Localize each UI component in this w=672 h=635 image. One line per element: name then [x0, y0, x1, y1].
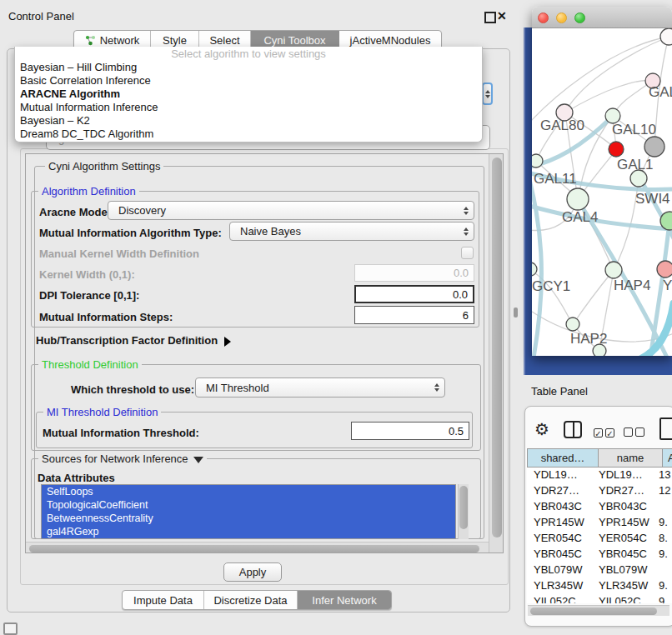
svg-text:Y: Y [663, 278, 672, 293]
dropdown-item-selected[interactable]: ARACNE Algorithm [15, 88, 482, 101]
vertical-scrollbar-thumb[interactable] [492, 158, 502, 538]
node-hap4[interactable] [605, 262, 622, 278]
dropdown-item[interactable]: Bayesian – Hill Climbing [15, 61, 482, 74]
expand-right-icon [224, 337, 231, 347]
table-row[interactable]: YBR045CYBR045C9. [527, 547, 672, 562]
node-hap2[interactable] [566, 318, 579, 331]
node-gal1-red[interactable] [609, 142, 624, 157]
table-horizontal-scrollbar[interactable] [528, 605, 669, 616]
list-scrollbar[interactable] [458, 484, 469, 539]
settings-scrollpane: Cyni Algorithm Settings Algorithm Defini… [25, 153, 504, 553]
table-body: YDL19…YDL19…13 YDR27…YDR27…12 YBR043CYBR… [527, 468, 672, 603]
list-item[interactable]: TopologicalCoefficient [42, 498, 455, 512]
mi-threshold-field[interactable] [351, 422, 469, 440]
svg-text:HAP4: HAP4 [614, 278, 650, 293]
table-row[interactable]: YLR345WYLR345W9. [527, 578, 672, 594]
collapsed-panel-button[interactable] [3, 622, 18, 635]
deselect-all-checkboxes-icon[interactable] [624, 425, 647, 440]
horizontal-scrollbar-thumb[interactable] [29, 545, 479, 552]
data-attributes-label: Data Attributes [38, 472, 115, 484]
node-swi4[interactable] [630, 170, 647, 187]
column-layout-icon[interactable] [564, 421, 582, 438]
dropdown-item[interactable]: Dream8 DC_TDC Algorithm [15, 128, 482, 141]
table-scrollbar-thumb[interactable] [530, 608, 657, 615]
dropdown-placeholder: Select algorithm to view settings [15, 47, 482, 61]
list-item[interactable]: BetweennessCentrality [42, 512, 455, 525]
aracne-mode-combobox[interactable]: Discovery [108, 201, 474, 220]
svg-text:GCY1: GCY1 [532, 278, 570, 294]
which-threshold-combobox[interactable]: MI Threshold [195, 378, 445, 398]
tab-impute-data[interactable]: Impute Data [123, 591, 204, 609]
dropdown-item[interactable]: Basic Correlation Inference [15, 74, 482, 88]
svg-text:SWI4: SWI4 [635, 191, 670, 207]
svg-text:HAP2: HAP2 [570, 331, 607, 347]
group-title: Algorithm Definition [38, 185, 139, 198]
svg-text:GAL: GAL [649, 84, 672, 100]
svg-text:GAL11: GAL11 [534, 171, 577, 187]
list-item[interactable]: SelfLoops [42, 485, 455, 498]
column-header-name[interactable]: name [598, 448, 663, 468]
select-all-checkboxes-icon[interactable]: ✓✓ [594, 425, 617, 440]
list-item[interactable]: gal4RGexp [42, 525, 455, 538]
network-icon [85, 35, 96, 46]
table-row[interactable]: YDL19…YDL19…13 [527, 468, 672, 483]
node-gray[interactable] [644, 137, 664, 157]
float-window-icon[interactable] [484, 12, 496, 23]
combo-stepper-icon [464, 207, 469, 215]
network-window-titlebar[interactable] [532, 7, 672, 28]
stepper-down-icon [485, 95, 490, 98]
algorithm-combobox-stepper[interactable] [482, 82, 493, 105]
dropdown-item[interactable]: Bayesian – K2 [15, 114, 482, 128]
table-row[interactable]: YIL052CYIL052C9. [527, 594, 672, 603]
tab-infer-network[interactable]: Infer Network [298, 591, 391, 609]
group-title: Threshold Definition [38, 358, 142, 371]
minimize-traffic-light[interactable] [556, 12, 567, 23]
node-salmon[interactable] [657, 261, 672, 278]
column-header-partial[interactable]: A [662, 448, 672, 468]
table-panel-title: Table Panel [531, 385, 588, 398]
tab-discretize-data[interactable]: Discretize Data [204, 591, 298, 609]
node-gal4[interactable] [567, 188, 589, 210]
network-canvas[interactable]: GAL GAL80 GAL10 GAL1 GAL11 SWI4 GAL4 GCY… [532, 28, 672, 356]
stepper-up-icon [485, 90, 490, 93]
table-row[interactable]: YPR145WYPR145W9. [527, 515, 672, 531]
node[interactable] [660, 28, 672, 45]
panel-splitter-handle[interactable] [514, 308, 518, 318]
combo-stepper-icon [434, 383, 439, 392]
kernel-width-label: Kernel Width (0,1): [39, 268, 135, 281]
mi-threshold-label: Mutual Information Threshold: [43, 427, 199, 439]
gear-icon[interactable]: ⚙ [534, 419, 549, 439]
mi-steps-field[interactable] [354, 306, 474, 324]
horizontal-scrollbar[interactable] [26, 542, 489, 553]
close-traffic-light[interactable] [538, 12, 549, 23]
sources-toggle[interactable]: Sources for Network Inference [38, 452, 207, 465]
kernel-width-field[interactable] [354, 264, 474, 282]
dropdown-item[interactable]: Mutual Information Inference [15, 101, 482, 114]
zoom-traffic-light[interactable] [574, 12, 585, 23]
dpi-tolerance-label: DPI Tolerance [0,1]: [39, 289, 139, 302]
algorithm-dropdown-popup: Select algorithm to view settings Bayesi… [14, 47, 483, 142]
network-graph: GAL GAL80 GAL10 GAL1 GAL11 SWI4 GAL4 GCY… [532, 28, 672, 356]
svg-text:GAL1: GAL1 [617, 157, 653, 172]
export-table-icon[interactable] [659, 418, 672, 440]
group-title: MI Threshold Definition [43, 406, 161, 418]
aracne-mode-label: Aracne Mode: [39, 206, 111, 218]
table-row[interactable]: YDR27…YDR27…12 [527, 483, 672, 499]
which-threshold-label: Which threshold to use: [71, 383, 194, 396]
mi-type-combobox[interactable]: Naive Bayes [229, 222, 474, 241]
hub-section-toggle[interactable]: Hub/Transcription Factor Definition [36, 334, 231, 347]
node-gal11[interactable] [532, 154, 543, 168]
combo-stepper-icon [464, 228, 469, 236]
close-panel-icon[interactable]: ✕ [497, 10, 507, 22]
network-window: GAL GAL80 GAL10 GAL1 GAL11 SWI4 GAL4 GCY… [532, 7, 672, 356]
apply-button[interactable]: Apply [223, 562, 282, 582]
table-row[interactable]: YBL079WYBL079W [527, 562, 672, 578]
dpi-tolerance-field[interactable] [354, 285, 474, 303]
bottom-tabbar: Impute Data Discretize Data Infer Networ… [122, 590, 392, 610]
group-title: Cyni Algorithm Settings [45, 160, 163, 172]
table-row[interactable]: YBR043CYBR043C [527, 499, 672, 515]
manual-kernel-checkbox[interactable] [461, 247, 474, 259]
table-row[interactable]: YER054CYER054C8. [527, 531, 672, 547]
vertical-scrollbar[interactable] [489, 154, 504, 553]
column-header-shared-name[interactable]: shared… [527, 448, 599, 468]
